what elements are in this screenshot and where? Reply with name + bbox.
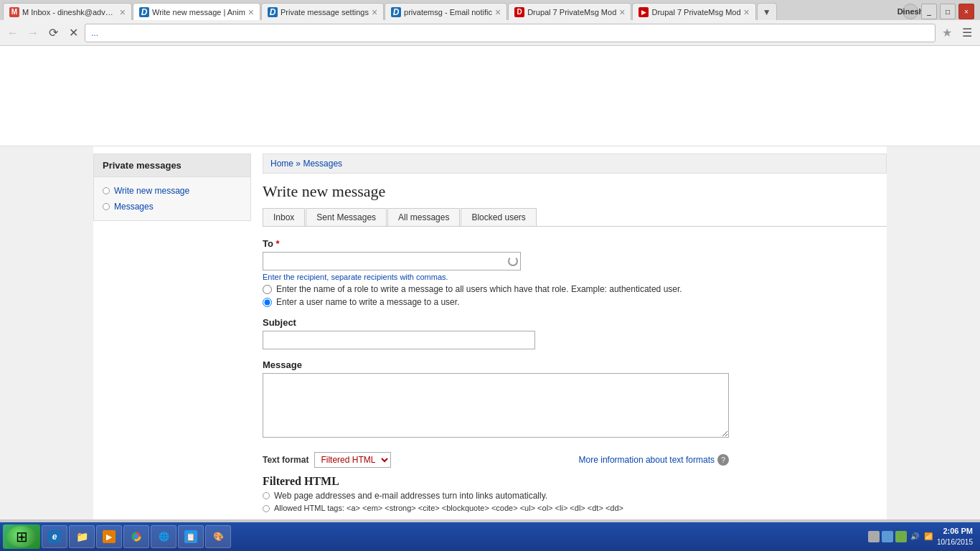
address-bar-row: ← → ⟳ ✕ ★ ☰	[0, 20, 980, 46]
tray-clock: 2:06 PM 10/16/2015	[937, 526, 973, 547]
sidebar-title: Private messages	[94, 154, 250, 177]
maximize-button[interactable]: □	[940, 4, 956, 19]
message-field-row: Message	[263, 359, 887, 438]
tab-privatemsg-close[interactable]: ×	[495, 7, 501, 17]
taskbar-app1[interactable]: 📋	[178, 525, 204, 548]
tab-private-settings[interactable]: D Private message settings ×	[261, 3, 384, 20]
address-input[interactable]	[85, 24, 936, 42]
text-format-label: Text format	[263, 455, 308, 465]
text-format-row: Text format Filtered HTML More informati…	[263, 448, 729, 472]
text-format-left: Text format Filtered HTML	[263, 452, 391, 468]
close-button[interactable]: ×	[958, 4, 974, 19]
tab-write-title: Write new message | Anim	[152, 8, 245, 17]
stop-button[interactable]: ✕	[65, 24, 82, 42]
tab-write-close[interactable]: ×	[248, 7, 254, 17]
bullet-icon-3	[263, 492, 270, 499]
page-wrapper: Private messages Write new message Messa…	[0, 146, 980, 519]
tab-drupal1[interactable]: D Drupal 7 PrivateMsg Mod ×	[508, 3, 631, 20]
clock-date: 10/16/2015	[937, 537, 973, 547]
sidebar-write-label: Write new message	[114, 186, 189, 196]
bookmark-star[interactable]: ★	[938, 24, 956, 42]
start-button[interactable]: ⊞	[3, 524, 40, 549]
tray-icon-1	[868, 531, 880, 542]
bullet-icon-4	[263, 505, 270, 512]
taskbar-chrome[interactable]	[123, 525, 149, 548]
taskbar-items: e 📁 ▶ 🌐 📋 🎨	[42, 525, 862, 548]
media-icon: ▶	[103, 530, 116, 543]
tray-icon-2	[882, 531, 893, 542]
browser-window: M M Inbox - dineshk@advents × D Write ne…	[0, 0, 980, 46]
tab-private-settings-close[interactable]: ×	[372, 7, 377, 17]
radio-role-label: Enter the name of a role to write a mess…	[276, 284, 682, 294]
tab-sent-messages[interactable]: Sent Messages	[306, 208, 387, 226]
tab-drupal2-title: Drupal 7 PrivateMsg Mod	[651, 8, 740, 17]
tab-privatemsg[interactable]: D privatemsg - Email notific ×	[385, 3, 507, 20]
main-wrapper: Private messages Write new message Messa…	[93, 146, 887, 519]
taskbar-network[interactable]: 🌐	[151, 525, 176, 548]
filtered-html-item-2: Allowed HTML tags: <a> <em> <strong> <ci…	[263, 504, 887, 512]
wifi-icon: 📶	[923, 531, 934, 542]
tab-drupal1-close[interactable]: ×	[619, 7, 625, 17]
chrome-icon	[130, 530, 143, 543]
subject-label: Subject	[263, 317, 887, 328]
breadcrumb-current: Messages	[303, 159, 342, 169]
tab-blocked-users[interactable]: Blocked users	[461, 208, 536, 226]
ie-icon: e	[48, 530, 61, 543]
more-info-link[interactable]: More information about text formats ?	[579, 454, 729, 466]
tab-drupal2-close[interactable]: ×	[744, 7, 750, 17]
sidebar: Private messages Write new message Messa…	[93, 154, 251, 512]
tab-drupal2[interactable]: ▶ Drupal 7 PrivateMsg Mod ×	[632, 3, 755, 20]
radio-role[interactable]	[263, 285, 272, 294]
sidebar-item-messages[interactable]: Messages	[94, 199, 250, 215]
radio-row-role: Enter the name of a role to write a mess…	[263, 284, 887, 294]
bullet-icon-2	[103, 203, 110, 210]
radio-user[interactable]	[263, 298, 272, 307]
tab-private-settings-title: Private message settings	[281, 8, 369, 17]
subject-field-row: Subject	[263, 317, 887, 349]
spinner-icon	[508, 256, 518, 266]
taskbar-folder[interactable]: 📁	[69, 525, 95, 548]
tab-inbox[interactable]: Inbox	[263, 208, 305, 226]
folder-icon: 📁	[75, 530, 88, 543]
to-label: To *	[263, 238, 887, 249]
radio-row-user: Enter a user name to write a message to …	[263, 297, 887, 307]
subject-input[interactable]	[263, 331, 535, 349]
to-help-text: Enter the recipient, separate recipients…	[263, 273, 887, 281]
user-account[interactable]: Dinesh	[903, 4, 918, 19]
message-textarea[interactable]	[263, 373, 729, 438]
tab-gmail-close[interactable]: ×	[120, 7, 126, 17]
to-input-wrapper	[263, 252, 521, 270]
sidebar-item-write-new[interactable]: Write new message	[94, 183, 250, 199]
back-button[interactable]: ←	[4, 24, 22, 42]
app2-icon: 🎨	[212, 530, 225, 543]
bullet-icon	[103, 187, 110, 194]
minimize-button[interactable]: _	[921, 4, 937, 19]
tab-all-messages[interactable]: All messages	[387, 208, 460, 226]
breadcrumb: Home » Messages	[263, 154, 887, 174]
tab-gmail[interactable]: M M Inbox - dineshk@advents ×	[3, 3, 132, 20]
breadcrumb-home[interactable]: Home	[270, 159, 293, 169]
drupal2-favicon: ▶	[639, 7, 649, 17]
reload-button[interactable]: ⟳	[44, 24, 62, 42]
text-format-select[interactable]: Filtered HTML	[314, 452, 391, 468]
tray-icons: 🔊 📶	[868, 531, 934, 542]
taskbar-tray: 🔊 📶 2:06 PM 10/16/2015	[864, 526, 977, 547]
message-tabs: Inbox Sent Messages All messages Blocked…	[263, 208, 887, 227]
sidebar-nav: Write new message Messages	[94, 177, 250, 220]
taskbar-media[interactable]: ▶	[96, 525, 122, 548]
content-layout: Private messages Write new message Messa…	[93, 146, 887, 519]
breadcrumb-sep: »	[296, 159, 301, 169]
taskbar-app2[interactable]: 🎨	[205, 525, 231, 548]
tab-overflow[interactable]: ▼	[757, 3, 777, 20]
to-input[interactable]	[263, 252, 521, 270]
radio-user-label: Enter a user name to write a message to …	[276, 297, 459, 307]
forward-button[interactable]: →	[24, 24, 42, 42]
taskbar-ie[interactable]: e	[42, 525, 67, 548]
start-orb: ⊞	[6, 526, 37, 547]
overflow-label: ▼	[763, 7, 771, 17]
tab-write[interactable]: D Write new message | Anim ×	[133, 3, 260, 20]
private-settings-favicon: D	[268, 7, 278, 17]
help-icon[interactable]: ?	[717, 454, 729, 466]
more-info-text: More information about text formats	[579, 455, 715, 465]
chrome-menu[interactable]: ☰	[958, 24, 976, 42]
